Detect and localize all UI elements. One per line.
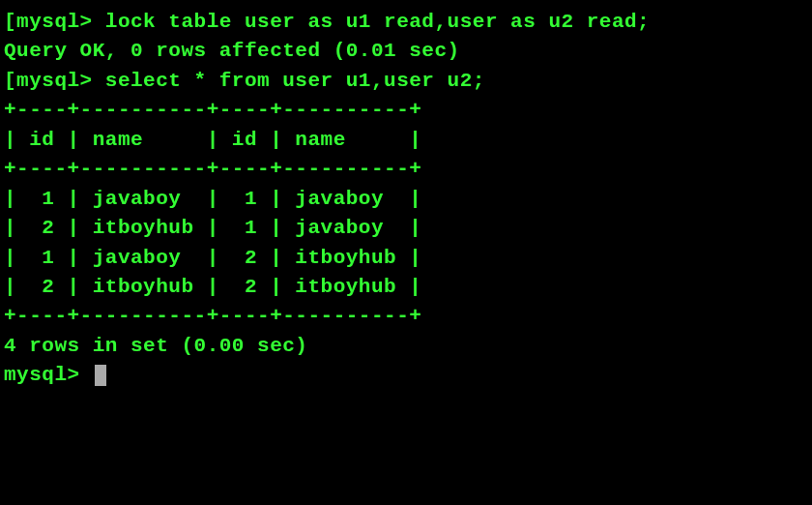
rows-in-set: 4 rows in set (0.00 sec) bbox=[4, 332, 808, 361]
table-border-bottom: +----+----------+----+----------+ bbox=[4, 302, 808, 331]
command-line-2: [mysql> select * from user u1,user u2; bbox=[4, 67, 808, 96]
query-result-1: Query OK, 0 rows affected (0.01 sec) bbox=[4, 37, 808, 66]
table-row: | 2 | itboyhub | 1 | javaboy | bbox=[4, 214, 808, 243]
table-border-top: +----+----------+----+----------+ bbox=[4, 96, 808, 125]
command-line-1: [mysql> lock table user as u1 read,user … bbox=[4, 8, 808, 37]
prompt-text: mysql> bbox=[4, 364, 93, 386]
table-header: | id | name | id | name | bbox=[4, 126, 808, 155]
prompt-line[interactable]: mysql> bbox=[4, 361, 808, 390]
table-row: | 1 | javaboy | 1 | javaboy | bbox=[4, 185, 808, 214]
table-border-mid: +----+----------+----+----------+ bbox=[4, 155, 808, 184]
terminal-output: [mysql> lock table user as u1 read,user … bbox=[4, 8, 808, 391]
table-row: | 1 | javaboy | 2 | itboyhub | bbox=[4, 244, 808, 273]
table-row: | 2 | itboyhub | 2 | itboyhub | bbox=[4, 273, 808, 302]
cursor-icon bbox=[95, 365, 106, 386]
